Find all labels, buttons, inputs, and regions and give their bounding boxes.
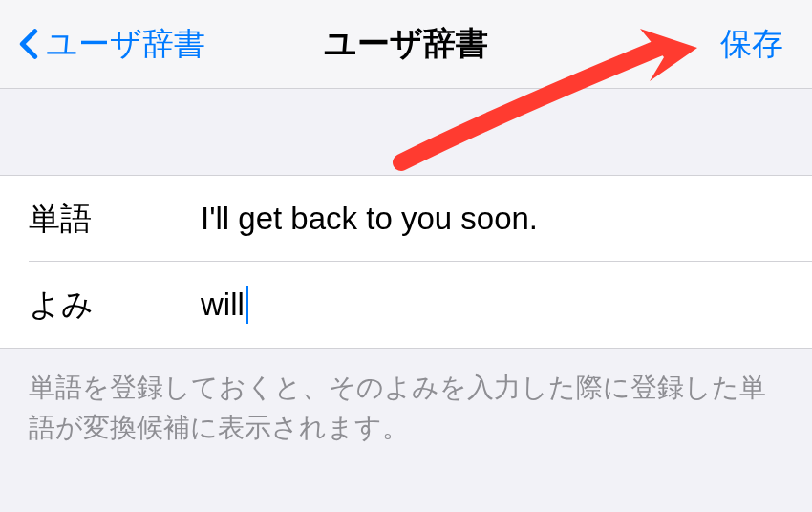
back-button[interactable]: ユーザ辞書 xyxy=(19,23,205,66)
footer-help-text: 単語を登録しておくと、そのよみを入力した際に登録した単語が変換候補に表示されます… xyxy=(0,349,812,467)
chevron-left-icon xyxy=(19,28,38,60)
word-label: 単語 xyxy=(29,198,201,241)
reading-input[interactable]: will xyxy=(201,286,783,324)
save-button[interactable]: 保存 xyxy=(720,23,783,66)
text-cursor-icon xyxy=(246,286,248,324)
word-row: 単語 xyxy=(0,176,812,262)
navigation-bar: ユーザ辞書 ユーザ辞書 保存 xyxy=(0,0,812,89)
reading-row: よみ will xyxy=(0,262,812,348)
page-title: ユーザ辞書 xyxy=(324,22,488,66)
form-group: 単語 よみ will xyxy=(0,175,812,349)
back-label: ユーザ辞書 xyxy=(46,23,205,66)
reading-label: よみ xyxy=(29,284,201,327)
reading-value: will xyxy=(201,287,245,323)
word-input[interactable] xyxy=(201,201,783,237)
section-spacer xyxy=(0,89,812,175)
